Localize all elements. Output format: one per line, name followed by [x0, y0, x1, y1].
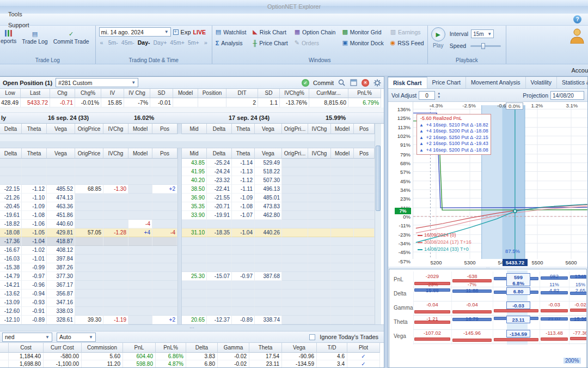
ribbon-button[interactable]: Commit Trade [51, 27, 92, 46]
chain-column-header[interactable]: Delta [0, 124, 22, 134]
option-row[interactable]: -18.08-1.05429.8157.05-1.28+4-431.10-18.… [0, 228, 381, 237]
chain-column-header[interactable]: Pos [152, 124, 177, 134]
option-row[interactable]: -20.45-1.09463.3635.35-20.71-1.08473.83 [0, 202, 381, 211]
play-button[interactable]: ▶ [431, 27, 445, 41]
stats-column-header[interactable]: Chg% [75, 89, 101, 98]
chain-column-header[interactable]: OrigPrice [75, 148, 103, 159]
time-step-button[interactable]: 45m- [120, 39, 136, 46]
option-row[interactable]: -19.61-1.08451.8633.90-19.91-1.07462.80 [0, 211, 381, 220]
stats-column-header[interactable]: IV [101, 89, 124, 98]
time-step-button[interactable]: Day+ [152, 39, 169, 46]
chain-column-header[interactable]: IVChg [103, 124, 128, 134]
exp-button[interactable]: Exp [181, 29, 191, 35]
strategy-select[interactable]: #281 Custom ▼ [56, 78, 138, 87]
window-toggle-button[interactable]: Watchlist [216, 28, 247, 35]
date-annotation[interactable]: 14/08/2024 (33) T+0 [418, 246, 471, 253]
stats-column-header[interactable]: Model [173, 89, 198, 98]
chain-column-header[interactable]: Model [331, 148, 354, 159]
option-row[interactable]: 41.95-24.24-1.13518.22 [0, 167, 381, 176]
window-toggle-button[interactable]: Orders [295, 39, 336, 46]
stats-column-header[interactable]: CurrMar... [309, 89, 348, 98]
chain-column-header[interactable]: Theta [232, 124, 255, 134]
analysis-tab[interactable]: Price Chart [427, 77, 467, 88]
window-titlebar[interactable]: OptionNET Explorer [0, 0, 588, 14]
window-layout-icon[interactable] [350, 79, 358, 87]
table-column-header[interactable]: T/D [317, 343, 347, 353]
window-toggle-button[interactable]: Analysis [216, 39, 247, 46]
expiry-section-2[interactable]: 17 sep. 24 (34) 15.99% [182, 113, 384, 124]
trade-group-row[interactable]: 1,698.80-1,100.0011.20598.804.87%6.80-0.… [0, 360, 384, 368]
option-row[interactable]: -12.10-0.89328.6139.30-1.19+220.65-12.37… [0, 316, 381, 324]
table-column-header[interactable]: Vega [282, 343, 317, 353]
chain-column-header[interactable]: Model [331, 124, 354, 134]
time-step-button[interactable]: 45m+ [168, 39, 186, 46]
analysis-tab[interactable]: Volatility [526, 77, 558, 88]
date-annotation[interactable]: 30/08/2024 (17) T+16 [418, 239, 471, 246]
option-row[interactable]: -18.82-1.06440.60-4 [0, 220, 381, 228]
option-row[interactable]: -22.15-1.12485.5268.85-1.30+238.50-22.41… [0, 185, 381, 194]
window-toggle-button[interactable]: Monitor Dock [342, 39, 383, 46]
analysis-tab[interactable]: Risk Chart [388, 77, 427, 88]
chain-splitter[interactable] [177, 124, 182, 134]
table-column-header[interactable]: Plot [347, 343, 380, 353]
chain-column-header[interactable]: Mid [182, 124, 207, 134]
trade-group-row[interactable]: 1,184.40-580.005.60604.406.86%3.83-0.021… [0, 353, 384, 360]
chain-column-header[interactable]: Delta [207, 124, 232, 134]
date-annotation[interactable]: 16/09/2024 (0) [418, 232, 471, 239]
chain-column-header[interactable]: Vega [255, 124, 282, 134]
table-column-header[interactable]: Commission [82, 343, 123, 353]
step-back-icon[interactable]: « [99, 39, 105, 46]
stats-column-header[interactable]: Last [21, 89, 50, 98]
speed-slider-thumb[interactable] [481, 43, 485, 49]
vol-adjust-spinner[interactable]: ▲▼ [437, 92, 440, 99]
stats-column-header[interactable]: Position [198, 89, 226, 98]
stats-column-header[interactable]: SD [150, 89, 173, 98]
time-step-button[interactable]: Day- [136, 39, 152, 46]
ribbon-button[interactable]: Trade Log [19, 27, 50, 46]
window-toggle-button[interactable]: Option Chain [295, 28, 336, 35]
chain-column-header[interactable]: Pos [152, 148, 177, 159]
expiry-section-1[interactable]: ly 16 sep. 24 (33) 16.02% [0, 113, 182, 124]
table-column-header[interactable]: Delta [186, 343, 218, 353]
chain-column-header[interactable]: Vega [47, 124, 75, 134]
option-row[interactable]: -13.62-0.94356.87 [0, 289, 381, 298]
vol-adjust-input[interactable]: 0 [419, 91, 435, 100]
option-row[interactable]: -16.67-1.02408.12 [0, 246, 381, 255]
interval-select[interactable]: 15m ▼ [471, 29, 494, 38]
chain-column-header[interactable]: IVChg [103, 148, 128, 159]
chain-column-header[interactable]: IVChg [308, 148, 331, 159]
trading-date-field[interactable]: mi. 14 ago. 2024 ▼ [99, 27, 171, 37]
chain-column-header[interactable]: Delta [0, 148, 22, 159]
stats-column-header[interactable]: Chg [50, 89, 75, 98]
chain-splitter[interactable] [177, 148, 182, 159]
zoom-in-icon[interactable] [338, 79, 346, 87]
chain-column-header[interactable]: IVChg [308, 124, 331, 134]
option-row[interactable]: -16.03-1.01397.84 [0, 255, 381, 263]
table-column-header[interactable]: Curr Cost [44, 343, 82, 353]
chain-column-header[interactable]: Theta [22, 124, 47, 134]
option-row[interactable]: -17.36-1.04418.87 [0, 237, 381, 246]
chain-column-header[interactable]: Model [128, 124, 152, 134]
group-mode-select[interactable]: ned ▼ [2, 333, 52, 342]
window-toggle-button[interactable]: RSS Feed [390, 39, 424, 46]
position-legend[interactable]: -5.60 Realized PnL ▲ +4 16sep. 5210 Put … [416, 114, 491, 155]
projection-date-field[interactable]: 14/08/20 [550, 91, 584, 100]
option-row[interactable]: 40.20-23.32-1.12507.30 [0, 176, 381, 185]
stats-column-header[interactable]: IV Chg [124, 89, 150, 98]
stats-column-header[interactable]: DIT [226, 89, 258, 98]
table-column-header[interactable]: PnL% [156, 343, 186, 353]
stats-column-header[interactable]: SD [258, 89, 280, 98]
account-person-icon[interactable] [569, 27, 585, 44]
auto-select[interactable]: Auto ▼ [57, 333, 96, 342]
plot-checkbox[interactable]: ✓ [347, 360, 380, 368]
table-column-header[interactable]: PnL [123, 343, 156, 353]
close-icon[interactable]: ✕ [362, 79, 369, 87]
chain-column-header[interactable]: Vega [47, 148, 75, 159]
option-row[interactable]: -13.09-0.93347.16 [0, 298, 381, 307]
vertical-scrollbar[interactable] [375, 124, 381, 324]
help-icon[interactable]: ? [573, 15, 581, 23]
option-row[interactable]: -12.60-0.91338.03 [0, 307, 381, 316]
option-row[interactable]: -14.79-0.97377.3025.30-15.07-0.97387.68 [0, 272, 381, 281]
reports-button[interactable]: eports [0, 27, 19, 45]
window-toggle-button[interactable]: Earnings [390, 28, 424, 35]
